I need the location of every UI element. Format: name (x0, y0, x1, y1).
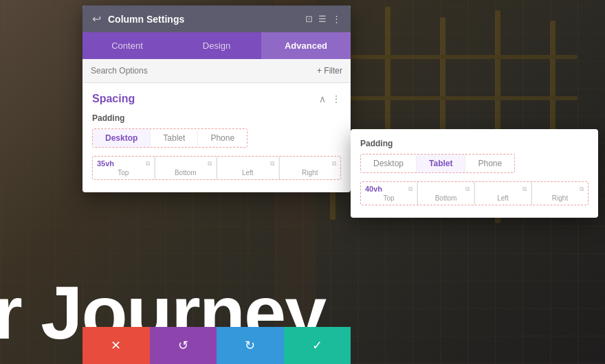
panel-title: Column Settings (108, 14, 298, 25)
padding-inputs-main: ⧉ Top ⧉ Bottom ⧉ Left (92, 156, 341, 180)
save-button[interactable]: ✓ (284, 327, 351, 364)
filter-button[interactable]: + Filter (317, 66, 342, 76)
device-tab-desktop-sec[interactable]: Desktop (361, 155, 417, 172)
padding-right-link-icon-sec: ⧉ (580, 185, 584, 193)
search-bar: + Filter (82, 59, 351, 83)
padding-bottom-wrap-sec: ⧉ (422, 185, 470, 193)
padding-top-label: Top (118, 169, 129, 177)
padding-top-cell: ⧉ Top (93, 157, 155, 179)
tab-advanced[interactable]: Advanced (261, 32, 351, 59)
tab-design[interactable]: Design (172, 32, 261, 59)
padding-top-input[interactable] (97, 159, 144, 168)
svg-rect-6 (316, 96, 578, 100)
expand-icon[interactable]: ⊡ (305, 14, 313, 24)
padding-left-wrap-sec: ⧉ (479, 185, 527, 193)
padding-bottom-label: Bottom (175, 169, 197, 177)
panel-main: ↩ Column Settings ⊡ ☰ ⋮ Content Design A… (82, 5, 351, 192)
padding-right-input[interactable] (284, 159, 331, 168)
padding-top-wrap: ⧉ (97, 159, 150, 168)
padding-right-link-icon: ⧉ (332, 160, 336, 168)
padding-right-label-sec: Right (552, 194, 568, 202)
redo-button[interactable]: ↻ (217, 327, 284, 364)
settings-icon[interactable]: ☰ (318, 14, 327, 24)
back-icon[interactable]: ↩ (92, 12, 101, 25)
panel-header: ↩ Column Settings ⊡ ☰ ⋮ (82, 5, 351, 32)
padding-left-cell-sec: ⧉ Left (475, 182, 531, 205)
padding-right-label: Right (302, 169, 318, 177)
save-icon: ✓ (312, 338, 322, 353)
device-tab-phone-sec[interactable]: Phone (465, 155, 514, 172)
padding-left-input-sec[interactable] (479, 185, 521, 193)
padding-top-link-icon: ⧉ (146, 160, 150, 168)
undo-button[interactable]: ↺ (150, 327, 217, 364)
padding-label-secondary: Padding (360, 139, 588, 148)
padding-bottom-link-icon: ⧉ (208, 160, 212, 168)
padding-top-input-sec[interactable] (365, 185, 407, 193)
padding-left-link-icon-sec: ⧉ (522, 185, 527, 193)
device-tabs-main: Desktop Tablet Phone (92, 128, 248, 148)
search-input[interactable] (91, 66, 311, 76)
cancel-icon: ✕ (111, 338, 121, 353)
panel-tabs: Content Design Advanced (82, 32, 351, 59)
panel-secondary: Padding Desktop Tablet Phone ⧉ Top ⧉ Bot… (351, 129, 598, 218)
padding-label: Padding (92, 113, 341, 123)
padding-bottom-label-sec: Bottom (435, 194, 457, 202)
collapse-icon[interactable]: ∧ (319, 93, 326, 104)
padding-left-link-icon: ⧉ (270, 160, 274, 168)
padding-bottom-cell: ⧉ Bottom (155, 157, 217, 179)
svg-rect-5 (316, 55, 578, 59)
padding-top-wrap-sec: ⧉ (365, 185, 412, 193)
filter-label: + Filter (317, 66, 342, 76)
padding-inputs-secondary: ⧉ Top ⧉ Bottom ⧉ Left ⧉ Right (360, 181, 588, 205)
spacing-title: Spacing (92, 93, 135, 105)
padding-bottom-link-icon-sec: ⧉ (465, 185, 470, 193)
padding-bottom-input-sec[interactable] (422, 185, 464, 193)
cancel-button[interactable]: ✕ (82, 327, 150, 364)
padding-right-cell-sec: ⧉ Right (532, 182, 588, 205)
device-tab-phone[interactable]: Phone (198, 129, 247, 147)
padding-right-wrap-sec: ⧉ (536, 185, 584, 193)
padding-left-label: Left (242, 169, 254, 177)
padding-bottom-input[interactable] (160, 159, 207, 168)
section-controls: ∧ ⋮ (319, 93, 341, 104)
padding-bottom-cell-sec: ⧉ Bottom (418, 182, 474, 205)
padding-right-cell: ⧉ Right (280, 157, 341, 179)
padding-right-wrap: ⧉ (284, 159, 337, 168)
action-bar: ✕ ↺ ↻ ✓ (82, 327, 351, 364)
padding-left-cell: ⧉ Left (217, 157, 279, 179)
padding-left-label-sec: Left (497, 194, 509, 202)
spacing-section-header: Spacing ∧ ⋮ (92, 93, 341, 105)
device-tab-desktop[interactable]: Desktop (93, 129, 151, 147)
padding-top-cell-sec: ⧉ Top (361, 182, 417, 205)
tab-content[interactable]: Content (82, 32, 172, 59)
padding-top-link-icon-sec: ⧉ (408, 185, 412, 193)
padding-right-input-sec[interactable] (536, 185, 578, 193)
padding-bottom-wrap: ⧉ (160, 159, 212, 168)
device-tabs-secondary: Desktop Tablet Phone (360, 154, 515, 173)
padding-left-input[interactable] (221, 159, 269, 168)
panel-header-actions: ⊡ ☰ ⋮ (305, 14, 341, 24)
device-tab-tablet[interactable]: Tablet (151, 129, 198, 147)
more-icon[interactable]: ⋮ (332, 14, 341, 24)
undo-icon: ↺ (178, 338, 188, 353)
padding-left-wrap: ⧉ (221, 159, 274, 168)
section-more-icon[interactable]: ⋮ (331, 93, 341, 104)
padding-top-label-sec: Top (383, 194, 394, 202)
panel-body: Spacing ∧ ⋮ Padding Desktop Tablet Phone… (82, 83, 351, 192)
device-tab-tablet-sec[interactable]: Tablet (417, 155, 465, 172)
redo-icon: ↻ (245, 338, 255, 353)
